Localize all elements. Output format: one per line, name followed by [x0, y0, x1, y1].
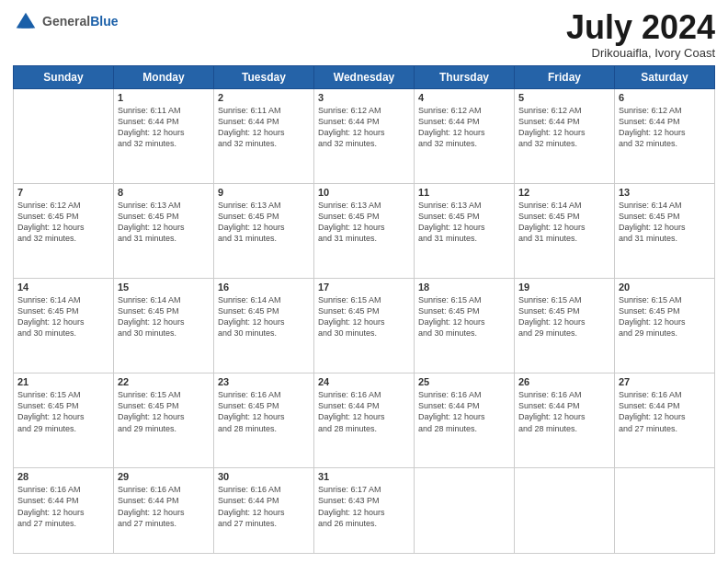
col-friday: Friday — [515, 65, 615, 88]
day-number: 4 — [418, 92, 510, 103]
table-row: 12Sunrise: 6:14 AM Sunset: 6:45 PM Dayli… — [515, 183, 615, 278]
table-row: 28Sunrise: 6:16 AM Sunset: 6:44 PM Dayli… — [14, 468, 114, 554]
day-number: 11 — [418, 187, 510, 198]
calendar-week-row: 7Sunrise: 6:12 AM Sunset: 6:45 PM Daylig… — [14, 183, 715, 278]
day-number: 18 — [418, 282, 510, 293]
day-info: Sunrise: 6:16 AM Sunset: 6:44 PM Dayligh… — [218, 484, 310, 529]
day-info: Sunrise: 6:16 AM Sunset: 6:44 PM Dayligh… — [118, 484, 210, 529]
month-title: July 2024 — [566, 9, 715, 46]
day-number: 26 — [518, 376, 610, 387]
table-row — [515, 468, 615, 554]
day-info: Sunrise: 6:13 AM Sunset: 6:45 PM Dayligh… — [118, 200, 210, 245]
table-row: 23Sunrise: 6:16 AM Sunset: 6:45 PM Dayli… — [214, 373, 314, 468]
table-row — [615, 468, 715, 554]
table-row: 7Sunrise: 6:12 AM Sunset: 6:45 PM Daylig… — [14, 183, 114, 278]
day-info: Sunrise: 6:16 AM Sunset: 6:44 PM Dayligh… — [518, 389, 610, 434]
table-row: 4Sunrise: 6:12 AM Sunset: 6:44 PM Daylig… — [415, 88, 515, 183]
table-row: 17Sunrise: 6:15 AM Sunset: 6:45 PM Dayli… — [314, 278, 415, 373]
day-info: Sunrise: 6:13 AM Sunset: 6:45 PM Dayligh… — [318, 200, 410, 245]
table-row: 2Sunrise: 6:11 AM Sunset: 6:44 PM Daylig… — [214, 88, 314, 183]
day-info: Sunrise: 6:16 AM Sunset: 6:44 PM Dayligh… — [318, 389, 410, 434]
location: Drikouaifla, Ivory Coast — [566, 46, 715, 60]
table-row: 10Sunrise: 6:13 AM Sunset: 6:45 PM Dayli… — [314, 183, 415, 278]
day-number: 24 — [318, 376, 410, 387]
calendar-week-row: 1Sunrise: 6:11 AM Sunset: 6:44 PM Daylig… — [14, 88, 715, 183]
day-number: 29 — [118, 471, 210, 482]
day-number: 1 — [118, 92, 210, 103]
day-info: Sunrise: 6:13 AM Sunset: 6:45 PM Dayligh… — [418, 200, 510, 245]
day-number: 7 — [17, 187, 109, 198]
day-info: Sunrise: 6:15 AM Sunset: 6:45 PM Dayligh… — [518, 294, 610, 339]
day-number: 15 — [118, 282, 210, 293]
day-info: Sunrise: 6:12 AM Sunset: 6:45 PM Dayligh… — [17, 200, 109, 245]
day-info: Sunrise: 6:14 AM Sunset: 6:45 PM Dayligh… — [17, 294, 109, 339]
table-row: 9Sunrise: 6:13 AM Sunset: 6:45 PM Daylig… — [214, 183, 314, 278]
day-number: 2 — [218, 92, 310, 103]
day-info: Sunrise: 6:12 AM Sunset: 6:44 PM Dayligh… — [619, 105, 711, 150]
logo-icon — [13, 9, 39, 35]
table-row: 25Sunrise: 6:16 AM Sunset: 6:44 PM Dayli… — [415, 373, 515, 468]
col-saturday: Saturday — [615, 65, 715, 88]
page-header: GeneralBlue July 2024 Drikouaifla, Ivory… — [13, 9, 715, 60]
day-number: 12 — [518, 187, 610, 198]
calendar-header-row: Sunday Monday Tuesday Wednesday Thursday… — [14, 65, 715, 88]
logo-general: General — [42, 14, 90, 29]
day-info: Sunrise: 6:16 AM Sunset: 6:44 PM Dayligh… — [619, 389, 711, 434]
table-row: 26Sunrise: 6:16 AM Sunset: 6:44 PM Dayli… — [515, 373, 615, 468]
day-number: 21 — [17, 376, 109, 387]
day-number: 6 — [619, 92, 711, 103]
logo: GeneralBlue — [13, 9, 118, 35]
day-number: 8 — [118, 187, 210, 198]
col-thursday: Thursday — [415, 65, 515, 88]
title-block: July 2024 Drikouaifla, Ivory Coast — [566, 9, 715, 60]
day-info: Sunrise: 6:12 AM Sunset: 6:44 PM Dayligh… — [518, 105, 610, 150]
table-row: 3Sunrise: 6:12 AM Sunset: 6:44 PM Daylig… — [314, 88, 415, 183]
col-sunday: Sunday — [14, 65, 114, 88]
table-row: 6Sunrise: 6:12 AM Sunset: 6:44 PM Daylig… — [615, 88, 715, 183]
col-wednesday: Wednesday — [314, 65, 415, 88]
day-info: Sunrise: 6:14 AM Sunset: 6:45 PM Dayligh… — [619, 200, 711, 245]
day-info: Sunrise: 6:16 AM Sunset: 6:45 PM Dayligh… — [218, 389, 310, 434]
table-row: 11Sunrise: 6:13 AM Sunset: 6:45 PM Dayli… — [415, 183, 515, 278]
logo-blue: Blue — [90, 14, 118, 29]
day-number: 27 — [619, 376, 711, 387]
table-row: 5Sunrise: 6:12 AM Sunset: 6:44 PM Daylig… — [515, 88, 615, 183]
table-row: 13Sunrise: 6:14 AM Sunset: 6:45 PM Dayli… — [615, 183, 715, 278]
col-monday: Monday — [114, 65, 214, 88]
calendar-table: Sunday Monday Tuesday Wednesday Thursday… — [13, 65, 715, 554]
day-info: Sunrise: 6:11 AM Sunset: 6:44 PM Dayligh… — [218, 105, 310, 150]
day-number: 17 — [318, 282, 410, 293]
day-number: 19 — [518, 282, 610, 293]
col-tuesday: Tuesday — [214, 65, 314, 88]
day-number: 25 — [418, 376, 510, 387]
day-number: 23 — [218, 376, 310, 387]
day-info: Sunrise: 6:14 AM Sunset: 6:45 PM Dayligh… — [218, 294, 310, 339]
table-row: 20Sunrise: 6:15 AM Sunset: 6:45 PM Dayli… — [615, 278, 715, 373]
day-number: 20 — [619, 282, 711, 293]
table-row: 1Sunrise: 6:11 AM Sunset: 6:44 PM Daylig… — [114, 88, 214, 183]
day-info: Sunrise: 6:14 AM Sunset: 6:45 PM Dayligh… — [118, 294, 210, 339]
day-number: 3 — [318, 92, 410, 103]
day-number: 16 — [218, 282, 310, 293]
table-row: 15Sunrise: 6:14 AM Sunset: 6:45 PM Dayli… — [114, 278, 214, 373]
day-info: Sunrise: 6:17 AM Sunset: 6:43 PM Dayligh… — [318, 484, 410, 529]
day-number: 28 — [17, 471, 109, 482]
day-info: Sunrise: 6:11 AM Sunset: 6:44 PM Dayligh… — [118, 105, 210, 150]
calendar-week-row: 21Sunrise: 6:15 AM Sunset: 6:45 PM Dayli… — [14, 373, 715, 468]
table-row: 22Sunrise: 6:15 AM Sunset: 6:45 PM Dayli… — [114, 373, 214, 468]
table-row: 29Sunrise: 6:16 AM Sunset: 6:44 PM Dayli… — [114, 468, 214, 554]
day-number: 30 — [218, 471, 310, 482]
table-row — [415, 468, 515, 554]
day-number: 10 — [318, 187, 410, 198]
day-info: Sunrise: 6:12 AM Sunset: 6:44 PM Dayligh… — [318, 105, 410, 150]
table-row: 21Sunrise: 6:15 AM Sunset: 6:45 PM Dayli… — [14, 373, 114, 468]
table-row: 18Sunrise: 6:15 AM Sunset: 6:45 PM Dayli… — [415, 278, 515, 373]
day-info: Sunrise: 6:14 AM Sunset: 6:45 PM Dayligh… — [518, 200, 610, 245]
day-number: 31 — [318, 471, 410, 482]
day-info: Sunrise: 6:15 AM Sunset: 6:45 PM Dayligh… — [418, 294, 510, 339]
day-info: Sunrise: 6:16 AM Sunset: 6:44 PM Dayligh… — [17, 484, 109, 529]
day-info: Sunrise: 6:15 AM Sunset: 6:45 PM Dayligh… — [318, 294, 410, 339]
table-row: 30Sunrise: 6:16 AM Sunset: 6:44 PM Dayli… — [214, 468, 314, 554]
table-row — [14, 88, 114, 183]
day-number: 9 — [218, 187, 310, 198]
